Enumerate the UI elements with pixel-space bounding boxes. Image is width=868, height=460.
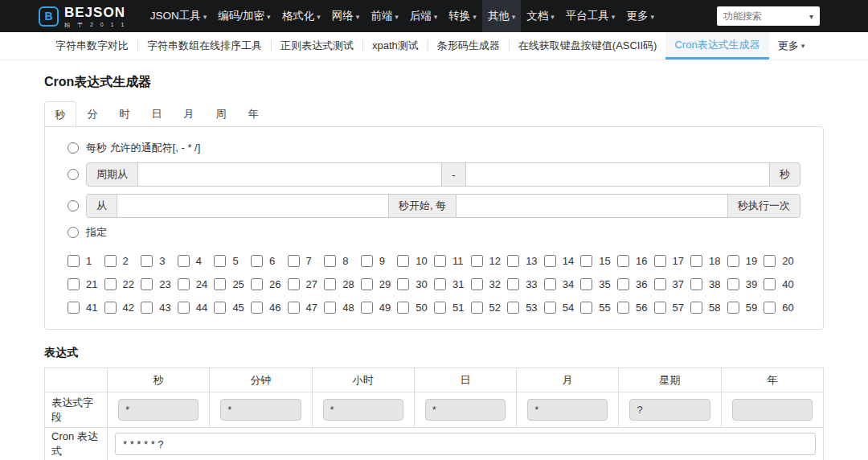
topnav-item[interactable]: 网络▾ xyxy=(326,0,366,32)
second-checkbox[interactable] xyxy=(727,255,739,267)
second-checkbox[interactable] xyxy=(690,278,702,290)
subnav-item[interactable]: xpath测试 xyxy=(363,32,428,60)
topnav-item[interactable]: 编码/加密▾ xyxy=(212,0,276,32)
second-checkbox[interactable] xyxy=(214,255,226,267)
second-checkbox[interactable] xyxy=(764,302,776,314)
second-checkbox[interactable] xyxy=(361,255,373,267)
second-checkbox[interactable] xyxy=(507,255,519,267)
second-checkbox[interactable] xyxy=(178,278,190,290)
subnav-item[interactable]: 更多▾ xyxy=(769,32,814,60)
second-checkbox[interactable] xyxy=(288,302,300,314)
second-checkbox[interactable] xyxy=(471,302,483,314)
second-checkbox[interactable] xyxy=(68,255,80,267)
second-checkbox[interactable] xyxy=(434,255,446,267)
second-checkbox[interactable] xyxy=(434,302,446,314)
topnav-item[interactable]: 转换▾ xyxy=(443,0,482,32)
unit-tab[interactable]: 秒 xyxy=(44,101,76,126)
second-checkbox[interactable] xyxy=(434,278,446,290)
second-checkbox[interactable] xyxy=(727,278,739,290)
second-checkbox[interactable] xyxy=(288,278,300,290)
expression-field-input[interactable] xyxy=(629,399,710,421)
second-checkbox[interactable] xyxy=(580,255,592,267)
second-checkbox[interactable] xyxy=(654,302,666,314)
subnav-item[interactable]: 正则表达式测试 xyxy=(272,32,362,60)
second-checkbox[interactable] xyxy=(104,278,117,290)
expression-field-input[interactable] xyxy=(118,399,199,421)
second-checkbox[interactable] xyxy=(324,302,336,314)
subnav-item[interactable]: 在线获取键盘按键值(ASCII码) xyxy=(510,32,666,60)
expression-field-input[interactable] xyxy=(425,399,506,421)
second-checkbox[interactable] xyxy=(580,278,592,290)
second-checkbox[interactable] xyxy=(580,302,592,314)
topnav-item[interactable]: 前端▾ xyxy=(365,0,404,32)
second-checkbox[interactable] xyxy=(361,302,373,314)
cycle-radio[interactable] xyxy=(68,169,79,180)
second-checkbox[interactable] xyxy=(544,278,556,290)
topnav-item[interactable]: 文档▾ xyxy=(521,0,560,32)
second-checkbox[interactable] xyxy=(544,302,556,314)
second-checkbox[interactable] xyxy=(471,255,483,267)
cycle-to-input[interactable] xyxy=(465,162,770,187)
interval-step-input[interactable] xyxy=(456,194,728,218)
second-checkbox[interactable] xyxy=(251,255,263,267)
second-checkbox[interactable] xyxy=(764,255,776,267)
second-checkbox[interactable] xyxy=(324,278,336,290)
unit-tab[interactable]: 日 xyxy=(141,101,173,126)
every-second-radio[interactable] xyxy=(68,142,79,154)
second-checkbox[interactable] xyxy=(141,302,153,314)
second-checkbox[interactable] xyxy=(361,278,373,290)
topnav-item[interactable]: 格式化▾ xyxy=(276,0,326,32)
expression-field-input[interactable] xyxy=(323,399,403,421)
second-checkbox[interactable] xyxy=(324,255,336,267)
interval-radio[interactable] xyxy=(68,200,79,212)
topnav-item[interactable]: 其他▾ xyxy=(482,0,522,32)
second-checkbox[interactable] xyxy=(654,255,666,267)
second-checkbox[interactable] xyxy=(251,302,263,314)
specify-radio[interactable] xyxy=(68,227,79,238)
second-checkbox[interactable] xyxy=(141,278,153,290)
second-checkbox[interactable] xyxy=(544,255,556,267)
second-checkbox[interactable] xyxy=(617,255,629,267)
expression-field-input[interactable] xyxy=(527,399,608,421)
unit-tab[interactable]: 分 xyxy=(76,101,108,126)
topnav-item[interactable]: 后端▾ xyxy=(404,0,444,32)
subnav-item[interactable]: Cron表达式生成器 xyxy=(665,32,768,60)
topnav-item[interactable]: JSON工具▾ xyxy=(145,0,213,32)
topnav-item[interactable]: 更多▾ xyxy=(620,0,660,32)
second-checkbox[interactable] xyxy=(397,255,409,267)
second-checkbox[interactable] xyxy=(104,255,117,267)
cycle-from-input[interactable] xyxy=(137,162,442,187)
unit-tab[interactable]: 年 xyxy=(237,101,269,126)
second-checkbox[interactable] xyxy=(214,302,226,314)
second-checkbox[interactable] xyxy=(727,302,739,314)
second-checkbox[interactable] xyxy=(690,302,702,314)
second-checkbox[interactable] xyxy=(288,255,300,267)
second-checkbox[interactable] xyxy=(617,302,629,314)
expression-field-input[interactable] xyxy=(220,399,301,421)
second-checkbox[interactable] xyxy=(654,278,666,290)
second-checkbox[interactable] xyxy=(764,278,776,290)
logo[interactable]: B BEJSON 始 于 2 0 1 1 xyxy=(39,6,127,27)
second-checkbox[interactable] xyxy=(617,278,629,290)
second-checkbox[interactable] xyxy=(141,255,153,267)
expression-field-input[interactable] xyxy=(732,399,813,421)
unit-tab[interactable]: 时 xyxy=(108,101,141,126)
second-checkbox[interactable] xyxy=(68,302,80,314)
subnav-item[interactable]: 字符串数组在线排序工具 xyxy=(138,32,271,60)
second-checkbox[interactable] xyxy=(68,278,80,290)
second-checkbox[interactable] xyxy=(397,302,409,314)
second-checkbox[interactable] xyxy=(104,302,117,314)
second-checkbox[interactable] xyxy=(214,278,226,290)
unit-tab[interactable]: 周 xyxy=(205,101,237,126)
second-checkbox[interactable] xyxy=(178,302,190,314)
subnav-item[interactable]: 字符串数字对比 xyxy=(47,32,137,60)
second-checkbox[interactable] xyxy=(507,278,519,290)
search-select[interactable]: 功能搜索 ▾ xyxy=(717,6,820,26)
interval-start-input[interactable] xyxy=(117,194,389,218)
second-checkbox[interactable] xyxy=(690,255,702,267)
second-checkbox[interactable] xyxy=(397,278,409,290)
second-checkbox[interactable] xyxy=(507,302,519,314)
topnav-item[interactable]: 平台工具▾ xyxy=(560,0,621,32)
second-checkbox[interactable] xyxy=(471,278,483,290)
unit-tab[interactable]: 月 xyxy=(173,101,205,126)
